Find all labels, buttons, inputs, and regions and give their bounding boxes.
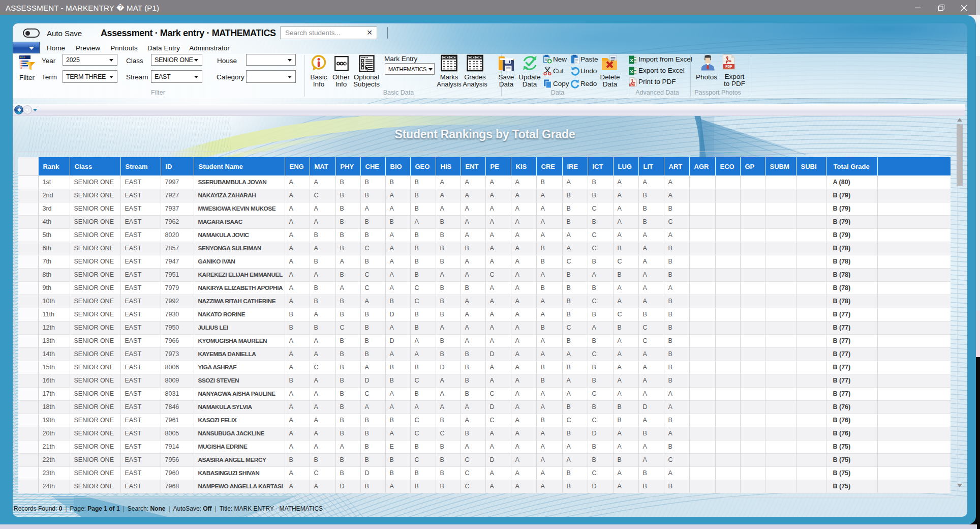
svg-text:PDF: PDF (725, 65, 732, 68)
svg-text:x: x (630, 57, 633, 63)
svg-text:x: x (630, 68, 633, 74)
svg-text:PDF: PDF (630, 84, 634, 86)
